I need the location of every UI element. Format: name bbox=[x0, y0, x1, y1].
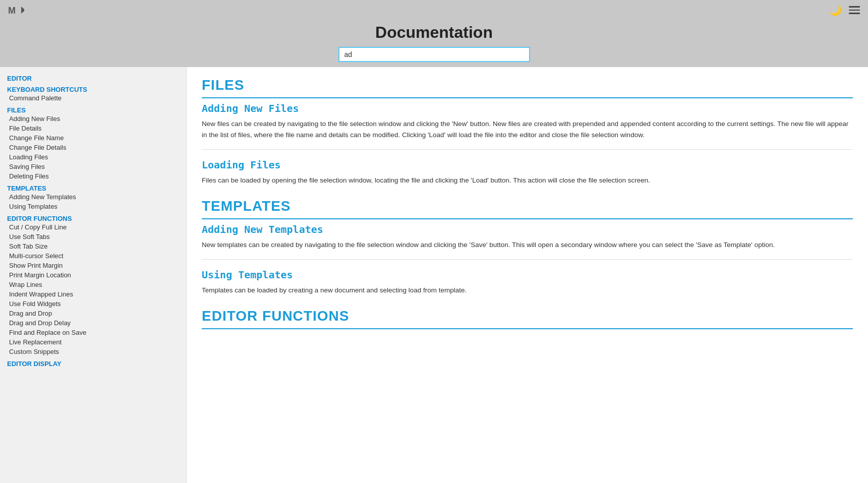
sidebar-item-find-replace-save[interactable]: Find and Replace on Save bbox=[7, 328, 179, 337]
sidebar-item-indent-wrapped-lines[interactable]: Indent Wrapped Lines bbox=[7, 289, 179, 299]
logo-icon: M bbox=[8, 4, 24, 16]
sidebar-item-templates[interactable]: TEMPLATES bbox=[7, 185, 46, 192]
divider-2 bbox=[202, 259, 853, 260]
sidebar-item-drag-and-drop-delay[interactable]: Drag and Drop Delay bbox=[7, 318, 179, 328]
sidebar-item-change-file-details[interactable]: Change File Details bbox=[7, 143, 179, 152]
loading-files-block: Loading Files Files can be loaded by ope… bbox=[202, 159, 853, 186]
sidebar-item-saving-files[interactable]: Saving Files bbox=[7, 162, 179, 171]
adding-new-files-block: Adding New Files New files can be create… bbox=[202, 102, 853, 140]
search-wrapper bbox=[0, 47, 868, 62]
sidebar-item-live-replacement[interactable]: Live Replacement bbox=[7, 337, 179, 347]
adding-new-files-text: New files can be created by navigating t… bbox=[202, 118, 853, 140]
sidebar-item-file-details[interactable]: File Details bbox=[7, 124, 179, 133]
top-bar: M 🌙 bbox=[0, 0, 868, 20]
templates-section-header: TEMPLATES bbox=[202, 198, 853, 219]
sidebar-item-deleting-files[interactable]: Deleting Files bbox=[7, 171, 179, 181]
loading-files-title: Loading Files bbox=[202, 159, 853, 171]
divider-1 bbox=[202, 149, 853, 150]
header-section: Documentation bbox=[0, 20, 868, 67]
files-section-header: FILES bbox=[202, 77, 853, 98]
hamburger-line-1 bbox=[849, 6, 860, 8]
sidebar-item-adding-new-files[interactable]: Adding New Files bbox=[7, 114, 179, 124]
hamburger-line-3 bbox=[849, 13, 860, 14]
adding-new-templates-title: Adding New Templates bbox=[202, 223, 853, 235]
hamburger-line-2 bbox=[849, 10, 860, 11]
files-heading: FILES bbox=[202, 77, 853, 93]
sidebar-item-editor-display[interactable]: EDITOR DISPLAY bbox=[7, 360, 62, 368]
content-area: FILES Adding New Files New files can be … bbox=[187, 67, 868, 483]
using-templates-block: Using Templates Templates can be loaded … bbox=[202, 269, 853, 296]
sidebar-item-loading-files[interactable]: Loading Files bbox=[7, 152, 179, 162]
editor-functions-section-header: EDITOR FUNCTIONS bbox=[202, 308, 853, 329]
using-templates-text: Templates can be loaded by creating a ne… bbox=[202, 285, 853, 296]
sidebar-item-command-palette[interactable]: Command Palette bbox=[7, 93, 179, 103]
search-input[interactable] bbox=[338, 47, 530, 62]
sidebar-item-show-print-margin[interactable]: Show Print Margin bbox=[7, 261, 179, 270]
top-bar-right: 🌙 bbox=[829, 4, 860, 16]
page-title: Documentation bbox=[0, 23, 868, 42]
sidebar-item-drag-and-drop[interactable]: Drag and Drop bbox=[7, 309, 179, 318]
sidebar-item-multi-cursor-select[interactable]: Multi-cursor Select bbox=[7, 251, 179, 261]
svg-marker-1 bbox=[21, 7, 24, 14]
sidebar-item-soft-tab-size[interactable]: Soft Tab Size bbox=[7, 241, 179, 251]
main-layout: EDITOR KEYBOARD SHORTCUTS Command Palett… bbox=[0, 67, 868, 483]
sidebar-item-print-margin-location[interactable]: Print Margin Location bbox=[7, 270, 179, 280]
sidebar-item-change-file-name[interactable]: Change File Name bbox=[7, 133, 179, 143]
hamburger-menu-icon[interactable] bbox=[849, 6, 860, 14]
svg-text:M: M bbox=[8, 6, 15, 16]
sidebar-item-using-templates[interactable]: Using Templates bbox=[7, 202, 179, 211]
adding-new-templates-block: Adding New Templates New templates can b… bbox=[202, 223, 853, 251]
adding-new-templates-text: New templates can be created by navigati… bbox=[202, 239, 853, 251]
sidebar-item-files[interactable]: FILES bbox=[7, 106, 26, 114]
editor-functions-heading: EDITOR FUNCTIONS bbox=[202, 308, 853, 324]
sidebar-item-cut-copy-full-line[interactable]: Cut / Copy Full Line bbox=[7, 222, 179, 232]
sidebar-item-custom-snippets[interactable]: Custom Snippets bbox=[7, 347, 179, 356]
sidebar-item-wrap-lines[interactable]: Wrap Lines bbox=[7, 280, 179, 289]
sidebar-item-editor[interactable]: EDITOR bbox=[7, 75, 32, 82]
moon-icon[interactable]: 🌙 bbox=[829, 4, 842, 16]
sidebar-item-keyboard-shortcuts[interactable]: KEYBOARD SHORTCUTS bbox=[7, 86, 87, 93]
adding-new-files-title: Adding New Files bbox=[202, 102, 853, 114]
sidebar-item-adding-new-templates[interactable]: Adding New Templates bbox=[7, 192, 179, 202]
loading-files-text: Files can be loaded by opening the file … bbox=[202, 175, 853, 186]
using-templates-title: Using Templates bbox=[202, 269, 853, 281]
sidebar: EDITOR KEYBOARD SHORTCUTS Command Palett… bbox=[0, 67, 187, 483]
sidebar-item-use-soft-tabs[interactable]: Use Soft Tabs bbox=[7, 232, 179, 241]
templates-heading: TEMPLATES bbox=[202, 198, 853, 214]
sidebar-item-editor-functions[interactable]: EDITOR FUNCTIONS bbox=[7, 215, 72, 222]
top-bar-left: M bbox=[8, 4, 24, 16]
sidebar-item-use-fold-widgets[interactable]: Use Fold Widgets bbox=[7, 299, 179, 309]
